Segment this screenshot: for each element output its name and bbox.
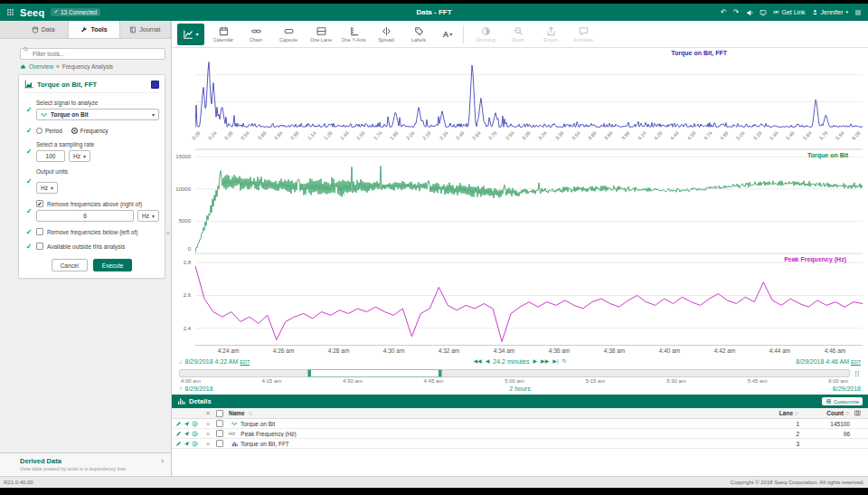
count-column-header[interactable]: Count <box>826 410 844 416</box>
item-unit: Hz <box>229 431 235 436</box>
breadcrumb-overview[interactable]: Overview <box>29 63 53 70</box>
navigate-item-icon[interactable] <box>184 431 190 437</box>
item-info-icon[interactable] <box>192 431 198 437</box>
duration-label[interactable]: 24.2 minutes <box>493 358 529 365</box>
expand-range-icon[interactable]: ↑ <box>179 386 183 392</box>
item-lane: 3 <box>767 441 799 447</box>
remove-below-checkbox[interactable]: Remove frequencies below (left of) <box>36 228 159 235</box>
remove-item-icon[interactable]: × <box>206 441 210 447</box>
home-icon[interactable] <box>20 63 26 70</box>
workbook-title: Data - FFT <box>416 8 451 16</box>
remove-item-icon[interactable]: × <box>206 431 210 437</box>
toolbar-calendar-button[interactable]: Calendar <box>207 24 240 44</box>
remove-item-icon[interactable]: × <box>206 421 210 427</box>
display-range-start[interactable]: 8/29/2018 4:22 AM EDT <box>185 358 250 365</box>
range-handle-right-grip[interactable] <box>439 370 441 376</box>
display-range-end[interactable]: 8/29/2018 4:46 AM EDT <box>796 358 861 365</box>
connected-badge[interactable]: ✓ 13 Connected <box>51 8 101 16</box>
output-unit-select[interactable]: Hz ▾ <box>36 182 58 194</box>
collapse-sidebar-icon[interactable]: « <box>166 230 170 237</box>
investigate-end-date[interactable]: 8/29/2018 <box>833 386 861 392</box>
remove-all-icon[interactable]: × <box>206 410 210 416</box>
seeq-logo[interactable]: Seeq <box>20 7 45 18</box>
toolbar-capsule-button[interactable]: Capsule <box>272 24 305 44</box>
chainlink-icon <box>251 25 261 36</box>
investigate-duration[interactable]: 2 hours <box>509 386 530 392</box>
hamburger-menu-icon[interactable] <box>854 9 862 16</box>
fft-tick-label: 4.29 <box>653 130 664 141</box>
navigate-item-icon[interactable] <box>184 441 190 447</box>
toolbar-one-y-axis-button[interactable]: One Y-Axis <box>337 24 370 44</box>
name-column-header[interactable]: Name <box>229 410 245 416</box>
navigate-item-icon[interactable] <box>184 421 190 427</box>
select-item-checkbox[interactable] <box>216 420 223 427</box>
table-row[interactable]: × Torque on Bit 1 145100 <box>172 419 868 429</box>
lane-column-header[interactable]: Lane <box>779 410 793 416</box>
above-unit-select[interactable]: Hz ▾ <box>137 210 159 222</box>
execute-button[interactable]: Execute <box>93 259 133 271</box>
range-resize-icon[interactable] <box>854 370 861 377</box>
toolbar-spread-button[interactable]: Spread <box>370 24 402 44</box>
pan-full-back-icon[interactable]: ◀◀ <box>473 358 481 364</box>
select-item-checkbox[interactable] <box>216 430 223 437</box>
user-menu[interactable]: Jennifer ▾ <box>812 9 848 15</box>
peak-frequency-chart[interactable] <box>195 254 863 345</box>
pan-back-icon[interactable]: ◀ <box>486 358 490 364</box>
derived-data-panel[interactable]: Derived Data › View data created by tool… <box>0 452 171 476</box>
toolbar-chain-button[interactable]: Chain <box>240 24 272 44</box>
column-picker-icon[interactable] <box>850 410 864 416</box>
trend-view-button[interactable]: ▾ <box>177 24 204 45</box>
fft-tick-label: 0.24 <box>207 130 218 141</box>
presentation-icon[interactable] <box>760 9 767 16</box>
tab-tools[interactable]: Tools <box>69 21 119 38</box>
toolbar-cursors-button[interactable]: A ▾ <box>438 28 458 41</box>
edit-item-icon[interactable] <box>175 421 182 427</box>
edit-item-icon[interactable] <box>175 441 182 447</box>
signal-select[interactable]: Torque on Bit ▾ <box>36 109 159 120</box>
toolbar-one-lane-button[interactable]: One Lane <box>305 24 337 44</box>
annotate-icon <box>579 25 589 36</box>
range-handle[interactable] <box>307 369 442 377</box>
table-row[interactable]: × Torque on Bit, FFT 3 <box>172 439 868 449</box>
period-radio[interactable]: Period <box>36 128 62 134</box>
customize-button[interactable]: Customize <box>822 397 863 405</box>
item-info-icon[interactable] <box>192 421 198 427</box>
filter-tools-input[interactable] <box>20 48 165 60</box>
investigate-start-date[interactable]: 8/29/2018 <box>185 386 213 392</box>
checkbox-icon <box>36 243 43 250</box>
available-outside-checkbox[interactable]: Available outside this analysis <box>36 243 159 250</box>
tab-data[interactable]: Data <box>18 21 69 38</box>
pan-full-forward-icon[interactable]: ▶▶ <box>541 358 549 364</box>
app-grid-icon[interactable] <box>6 8 14 16</box>
tab-journal[interactable]: Journal <box>120 21 171 38</box>
sampling-unit-select[interactable]: Hz ▾ <box>69 150 90 162</box>
time-tick-label: 4:44 am <box>769 347 791 354</box>
above-frequency-input[interactable] <box>36 210 134 222</box>
range-handle-left-grip[interactable] <box>308 370 311 376</box>
fft-chart[interactable] <box>195 48 863 129</box>
select-all-checkbox[interactable] <box>216 410 223 417</box>
redo-icon[interactable]: ↷ <box>733 9 740 16</box>
pan-to-now-icon[interactable]: ▶| <box>552 358 558 364</box>
remove-above-checkbox[interactable]: ✓ Remove frequencies above (right of) <box>36 200 159 207</box>
frequency-radio[interactable]: Frequency <box>71 128 108 134</box>
range-track[interactable] <box>179 369 850 377</box>
series-color-swatch[interactable] <box>151 81 159 89</box>
sort-icon[interactable] <box>248 411 253 416</box>
time-tick-label: 4:24 am <box>218 347 240 354</box>
pan-forward-icon[interactable]: ▶ <box>533 358 537 364</box>
toolbar-labels-button[interactable]: Labels <box>402 24 435 44</box>
investigate-range-icon[interactable]: ↓ <box>179 358 183 365</box>
sampling-rate-input[interactable] <box>36 150 65 162</box>
announcements-icon[interactable] <box>746 9 753 16</box>
cancel-button[interactable]: Cancel <box>52 259 88 271</box>
undo-icon[interactable]: ↶ <box>721 9 727 16</box>
select-item-checkbox[interactable] <box>216 440 223 447</box>
fft-tick-label: 5.94 <box>835 130 845 141</box>
edit-item-icon[interactable] <box>175 431 182 437</box>
get-link-button[interactable]: Get Link <box>773 9 806 15</box>
torque-chart[interactable] <box>195 150 863 253</box>
table-row[interactable]: × Hz Peak Frequency (Hz) 2 96 <box>172 429 868 439</box>
item-info-icon[interactable] <box>192 441 198 447</box>
refresh-icon[interactable]: ↻ <box>561 358 566 364</box>
